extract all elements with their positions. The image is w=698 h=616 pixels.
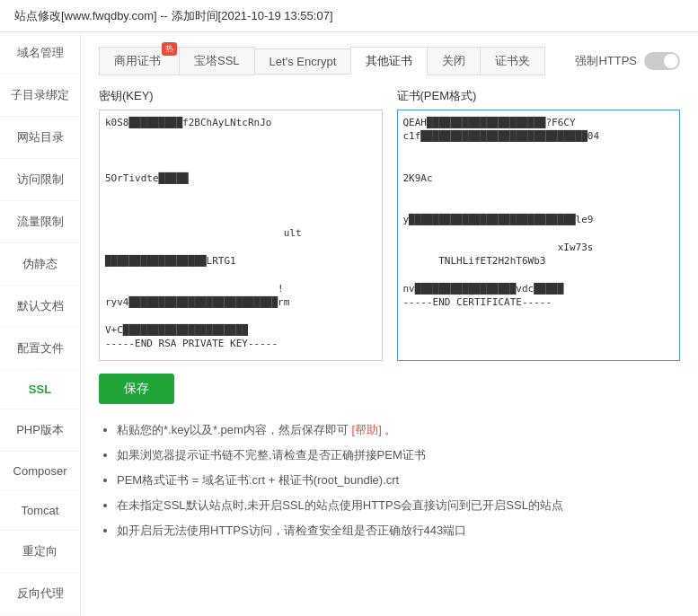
tip-item-2: 如果浏览器提示证书链不完整,请检查是否正确拼接PEM证书: [117, 444, 680, 467]
cert-section: 证书(PEM格式) QEAH████████████████████?F6CY …: [397, 88, 681, 361]
key-label: 密钥(KEY): [99, 88, 383, 104]
cert-label: 证书(PEM格式): [397, 88, 681, 104]
tabs-row: 商用证书 热 宝塔SSL Let's Encrypt 其他证书 关闭 证书夹 强…: [99, 47, 680, 75]
sidebar-item-proxy[interactable]: 反向代理: [0, 573, 80, 615]
sidebar-item-defaultdoc[interactable]: 默认文档: [0, 286, 80, 328]
key-section: 密钥(KEY) k0S8█████████f2BChAyLNtcRnJo 5Or…: [99, 88, 383, 361]
force-https-label: 强制HTTPS: [575, 53, 637, 69]
tab-certfolder[interactable]: 证书夹: [480, 47, 545, 75]
sidebar-item-domain[interactable]: 域名管理: [0, 32, 80, 75]
title-bar: 站点修改[www.fwqdby.com] -- 添加时间[2021-10-19 …: [0, 0, 698, 32]
hot-badge: 热: [162, 42, 177, 56]
sidebar-item-subdir[interactable]: 子目录绑定: [0, 75, 80, 117]
tab-commercial[interactable]: 商用证书 热: [99, 47, 180, 75]
main-content: 商用证书 热 宝塔SSL Let's Encrypt 其他证书 关闭 证书夹 强…: [81, 32, 698, 616]
sidebar-item-tomcat[interactable]: Tomcat: [0, 491, 80, 531]
layout: 域名管理 子目录绑定 网站目录 访问限制 流量限制 伪静态 默认文档 配置文件 …: [0, 32, 698, 616]
tip-item-5: 如开启后无法使用HTTPS访问，请检查安全组是否正确放行443端口: [117, 519, 680, 542]
tips-list: 粘贴您的*.key以及*.pem内容，然后保存即可 帮助 。 如果浏览器提示证书…: [99, 418, 680, 542]
sidebar-item-access[interactable]: 访问限制: [0, 159, 80, 201]
key-textarea[interactable]: k0S8█████████f2BChAyLNtcRnJo 5OrTivdte██…: [99, 110, 383, 361]
cert-textarea[interactable]: QEAH████████████████████?F6CY c1f███████…: [397, 110, 681, 361]
save-button[interactable]: 保存: [99, 374, 174, 404]
tip-item-3: PEM格式证书 = 域名证书.crt + 根证书(root_bundle).cr…: [117, 469, 680, 492]
force-https-toggle[interactable]: [644, 52, 680, 70]
cert-areas: 密钥(KEY) k0S8█████████f2BChAyLNtcRnJo 5Or…: [99, 88, 680, 361]
sidebar-item-rewrite[interactable]: 伪静态: [0, 243, 80, 286]
help-link[interactable]: 帮助: [352, 423, 382, 436]
sidebar-item-webdir[interactable]: 网站目录: [0, 117, 80, 159]
tab-baota[interactable]: 宝塔SSL: [179, 47, 255, 75]
tip-item-4: 在未指定SSL默认站点时,未开启SSL的站点使用HTTPS会直接访问到已开启SS…: [117, 494, 680, 517]
sidebar: 域名管理 子目录绑定 网站目录 访问限制 流量限制 伪静态 默认文档 配置文件 …: [0, 32, 81, 616]
sidebar-item-composer[interactable]: Composer: [0, 452, 80, 491]
sidebar-item-php[interactable]: PHP版本: [0, 409, 80, 452]
sidebar-item-redirect[interactable]: 重定向: [0, 531, 80, 573]
sidebar-item-traffic[interactable]: 流量限制: [0, 201, 80, 243]
sidebar-item-config[interactable]: 配置文件: [0, 328, 80, 370]
sidebar-item-ssl[interactable]: SSL: [0, 370, 80, 409]
tab-close[interactable]: 关闭: [427, 47, 481, 75]
title-text: 站点修改[www.fwqdby.com] -- 添加时间[2021-10-19 …: [14, 8, 333, 24]
tab-letsencrypt[interactable]: Let's Encrypt: [254, 48, 352, 75]
force-https-container: 强制HTTPS: [575, 52, 680, 70]
tip-item-1: 粘贴您的*.key以及*.pem内容，然后保存即可 帮助 。: [117, 418, 680, 442]
tab-other[interactable]: 其他证书: [350, 47, 428, 75]
